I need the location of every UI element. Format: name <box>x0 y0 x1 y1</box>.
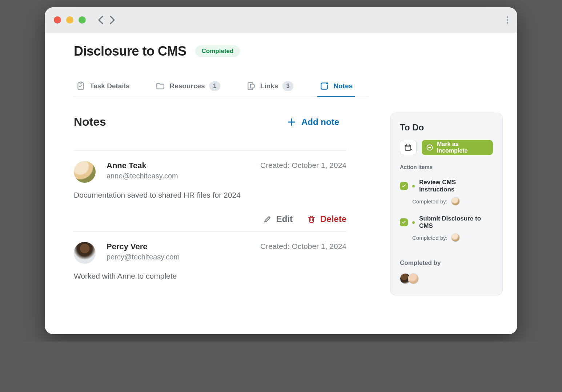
links-count-badge: 3 <box>282 81 293 91</box>
window-controls <box>54 16 86 24</box>
tab-task-details[interactable]: Task Details <box>74 77 132 97</box>
mark-incomplete-label: Mark as Incomplete <box>437 141 489 154</box>
schedule-button[interactable] <box>400 140 417 155</box>
todo-heading: To Do <box>400 122 493 133</box>
window-titlebar <box>45 7 517 33</box>
note-body: Worked with Anne to complete <box>74 272 346 280</box>
add-note-button[interactable]: Add note <box>287 117 339 127</box>
minimize-window-button[interactable] <box>66 16 73 24</box>
note-body: Documentation saved to shared HR files f… <box>74 191 346 199</box>
page-header: Disclosure to CMS Completed <box>74 40 376 77</box>
note-author-email: percy@techiteasy.com <box>107 253 346 261</box>
avatar <box>74 161 96 183</box>
avatar <box>451 233 460 242</box>
status-dot-icon <box>412 221 415 224</box>
notes-heading: Notes <box>74 115 106 129</box>
tab-notes[interactable]: Notes <box>317 77 355 97</box>
note-created: Created: October 1, 2024 <box>260 242 346 251</box>
todo-panel: To Do Mark as Incomplete Action ite <box>390 113 503 295</box>
note-author-email: anne@techiteasy.com <box>107 172 346 180</box>
delete-note-button[interactable]: Delete <box>307 214 346 224</box>
minus-circle-icon <box>426 144 433 151</box>
edit-label: Edit <box>276 214 293 224</box>
mark-incomplete-button[interactable]: Mark as Incomplete <box>422 140 493 155</box>
tab-links[interactable]: Links 3 <box>244 77 296 97</box>
svg-rect-1 <box>80 82 82 83</box>
tab-bar: Task Details Resources 1 Links 3 <box>74 77 368 97</box>
tab-label: Task Details <box>90 82 129 90</box>
notes-icon <box>320 81 329 91</box>
close-window-button[interactable] <box>54 16 61 24</box>
clipboard-icon <box>76 81 85 91</box>
action-item: Review CMS instructions Completed by: <box>400 176 493 212</box>
menu-button[interactable] <box>507 15 508 25</box>
tab-label: Notes <box>333 82 353 90</box>
attachment-icon <box>246 81 256 91</box>
trash-icon <box>307 215 316 223</box>
back-button[interactable] <box>96 14 105 26</box>
checkbox-checked[interactable] <box>400 218 408 226</box>
action-item-text: Review CMS instructions <box>419 179 493 193</box>
calendar-plus-icon <box>404 144 412 151</box>
status-badge: Completed <box>195 45 240 57</box>
checkbox-checked[interactable] <box>400 182 408 190</box>
forward-button[interactable] <box>108 14 117 26</box>
folder-icon <box>156 81 165 91</box>
maximize-window-button[interactable] <box>79 16 86 24</box>
note-created: Created: October 1, 2024 <box>260 161 346 170</box>
pencil-icon <box>263 215 272 223</box>
tab-label: Links <box>260 82 278 90</box>
completed-by-heading: Completed by <box>400 259 493 267</box>
tab-label: Resources <box>169 82 205 90</box>
app-window: Disclosure to CMS Completed Task Details… <box>45 7 517 334</box>
tab-resources[interactable]: Resources 1 <box>153 77 222 97</box>
edit-note-button[interactable]: Edit <box>263 214 293 224</box>
avatar <box>451 197 460 206</box>
avatar <box>408 273 419 284</box>
page-title: Disclosure to CMS <box>74 44 186 59</box>
resources-count-badge: 1 <box>209 81 220 91</box>
completed-by-avatars <box>400 273 493 284</box>
completed-by-label: Completed by: <box>412 235 447 241</box>
note-item: Created: October 1, 2024 Percy Vere perc… <box>74 231 346 288</box>
note-item: Created: October 1, 2024 Anne Teak anne@… <box>74 150 346 231</box>
avatar <box>74 242 96 264</box>
action-items-label: Action items <box>400 164 493 170</box>
completed-by-label: Completed by: <box>412 198 447 205</box>
action-item: Submit Disclosure to CMS Completed by: <box>400 212 493 248</box>
plus-icon <box>287 117 296 127</box>
svg-rect-4 <box>405 145 411 151</box>
action-item-text: Submit Disclosure to CMS <box>419 215 493 230</box>
status-dot-icon <box>412 185 415 187</box>
nav-arrows <box>96 14 117 26</box>
add-note-label: Add note <box>301 117 339 127</box>
svg-point-3 <box>326 82 329 85</box>
delete-label: Delete <box>320 214 346 224</box>
